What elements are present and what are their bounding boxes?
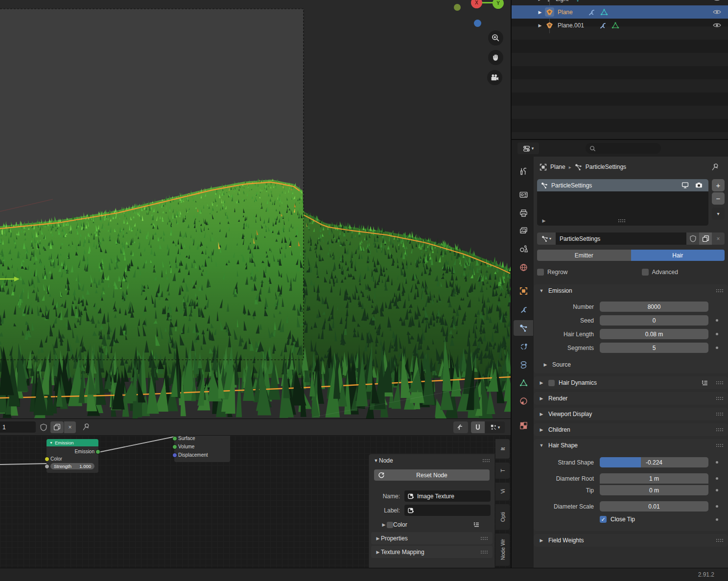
emission-node-header[interactable]: ▼ Emission — [47, 439, 98, 446]
eye-icon[interactable] — [713, 0, 721, 2]
gizmo-z-negative-ball[interactable] — [454, 4, 461, 11]
close-tip-checkbox[interactable]: ✓ — [600, 516, 607, 523]
eye-icon[interactable] — [713, 22, 721, 28]
color-checkbox[interactable] — [387, 522, 393, 528]
pin-icon[interactable] — [711, 163, 719, 171]
segments-field[interactable]: 5 — [600, 343, 708, 353]
render-panel-header[interactable]: ▶ Render — [534, 392, 728, 405]
eye-icon[interactable] — [713, 9, 721, 15]
advanced-checkbox[interactable] — [642, 269, 649, 276]
color-subpanel-header[interactable]: ▶ Color — [377, 519, 494, 531]
diameter-root-field[interactable]: 1 m — [600, 473, 708, 484]
particle-slot-list[interactable]: ParticleSettings ▶ — [537, 179, 708, 226]
panel-grip[interactable] — [716, 381, 723, 385]
panel-grip[interactable] — [716, 428, 723, 432]
animate-dot[interactable] — [716, 319, 718, 322]
emitter-toggle-button[interactable]: Emitter — [537, 250, 631, 261]
editor-type-dropdown[interactable]: ▾ — [517, 142, 539, 154]
hair-dynamics-panel-header[interactable]: ▶ Hair Dynamics — [534, 376, 728, 389]
viewport-camera-view-button[interactable] — [487, 70, 502, 85]
breadcrumb-object[interactable]: Plane — [550, 163, 565, 170]
animate-dot[interactable] — [716, 518, 718, 521]
slot-specials-dropdown[interactable]: ▾ — [712, 208, 725, 220]
strand-shape-slider[interactable]: -0.224 — [600, 457, 708, 467]
object-name[interactable]: Plane — [558, 9, 573, 16]
panel-grip[interactable] — [716, 538, 723, 542]
viewport-display-panel-header[interactable]: ▶ Viewport Display — [534, 408, 728, 420]
tip-field[interactable]: 0 m — [600, 485, 708, 495]
hair-dynamics-checkbox[interactable] — [548, 380, 555, 386]
properties-panel-header[interactable]: ▶ Properties — [371, 532, 493, 544]
tab-tool[interactable] — [514, 163, 533, 179]
browse-particle-settings-button[interactable]: ▾ — [537, 232, 556, 245]
animate-dot[interactable] — [716, 477, 718, 480]
tab-render[interactable] — [514, 186, 533, 202]
viewport-canvas[interactable] — [0, 0, 511, 418]
node-graph-area[interactable]: ▼ Emission Emission Color S — [0, 436, 511, 568]
advanced-option[interactable]: Advanced — [631, 268, 725, 277]
unlink-material-button[interactable]: × — [64, 421, 76, 433]
modifier-wrench-icon[interactable] — [599, 22, 607, 29]
source-subpanel-header[interactable]: ▶ Source — [534, 359, 728, 371]
3d-viewport[interactable]: X Y — [0, 0, 511, 418]
gizmo-z-axis-ball[interactable] — [474, 20, 481, 27]
regrow-checkbox[interactable] — [537, 269, 544, 276]
expand-triangle-icon[interactable]: ▶ — [537, 0, 543, 1]
snap-toggle-button[interactable] — [471, 421, 485, 433]
outliner-row-light[interactable]: ▶ Light — [512, 0, 728, 5]
list-icon[interactable] — [701, 379, 708, 387]
surface-input-socket[interactable] — [172, 436, 177, 441]
outliner-row-plane-001[interactable]: ▶ Plane.001 — [512, 19, 728, 32]
viewport-zoom-button[interactable] — [488, 30, 503, 46]
material-name-field[interactable]: 1 — [0, 421, 36, 433]
list-icon[interactable] — [473, 521, 480, 528]
add-slot-button[interactable]: + — [712, 179, 725, 191]
panel-grip[interactable] — [716, 412, 723, 416]
texture-mapping-panel-header[interactable]: ▶ Texture Mapping — [371, 546, 493, 558]
hair-length-field[interactable]: 0.08 m — [600, 329, 708, 339]
panel-grip[interactable] — [480, 536, 488, 540]
go-to-parent-node-tree-button[interactable] — [453, 421, 468, 433]
emission-output-socket[interactable] — [95, 449, 100, 454]
tab-scene[interactable] — [514, 241, 533, 256]
tab-modifiers[interactable] — [514, 302, 533, 317]
node-name-field[interactable]: Image Texture — [404, 490, 491, 502]
new-copy-button[interactable] — [699, 232, 712, 245]
fake-user-shield-button[interactable] — [40, 423, 47, 431]
object-name[interactable]: Plane.001 — [558, 22, 584, 29]
field-weights-panel-header[interactable]: ▶ Field Weights — [534, 534, 728, 547]
viewport-visibility-icon[interactable] — [681, 182, 689, 189]
list-grip[interactable] — [618, 219, 625, 223]
animate-dot[interactable] — [716, 489, 718, 491]
tab-world[interactable] — [514, 259, 533, 275]
unlink-button[interactable]: × — [712, 232, 725, 245]
sidebar-tab-options[interactable]: Opti — [495, 504, 510, 530]
hair-shape-panel-header[interactable]: ▼ Hair Shape — [534, 439, 728, 452]
animate-dot[interactable] — [716, 333, 718, 335]
emission-node[interactable]: ▼ Emission Emission Color S — [47, 439, 98, 473]
object-name[interactable]: Light — [556, 0, 568, 2]
children-panel-header[interactable]: ▶ Children — [534, 423, 728, 436]
animate-dot[interactable] — [716, 461, 718, 464]
diameter-scale-field[interactable]: 0.01 — [600, 501, 708, 511]
expand-triangle-icon[interactable]: ▶ — [537, 10, 543, 15]
animate-dot[interactable] — [716, 505, 718, 508]
seed-field[interactable]: 0 — [600, 315, 708, 325]
sidebar-tab-view[interactable]: Vi — [495, 483, 510, 500]
tab-view-layer[interactable] — [514, 223, 533, 238]
remove-slot-button[interactable]: − — [712, 192, 725, 205]
render-visibility-icon[interactable] — [695, 182, 703, 189]
tab-output[interactable] — [514, 205, 533, 221]
tab-particles[interactable] — [514, 320, 533, 336]
color-input-socket[interactable] — [45, 457, 49, 462]
animate-dot[interactable] — [716, 347, 718, 349]
panel-grip[interactable] — [482, 459, 490, 463]
breadcrumb-datablock[interactable]: ParticleSettings — [586, 163, 626, 170]
properties-search-input[interactable] — [586, 143, 661, 154]
material-output-node[interactable]: Surface Volume Displacement — [174, 436, 230, 462]
strength-field[interactable]: Strength 1.000 — [50, 463, 94, 469]
viewport-pan-button[interactable] — [488, 50, 503, 65]
sidebar-tab-item[interactable]: It — [495, 439, 510, 459]
panel-grip[interactable] — [716, 396, 723, 400]
panel-grip[interactable] — [480, 550, 488, 554]
